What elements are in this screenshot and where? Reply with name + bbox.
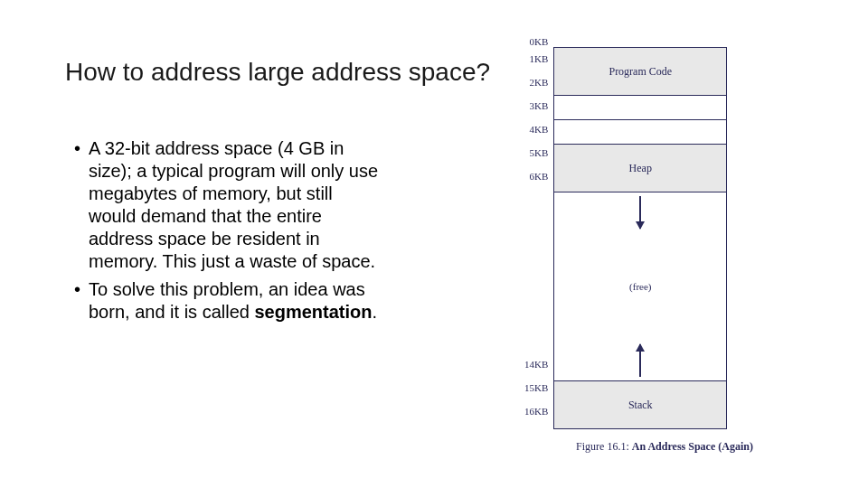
label-3kb: 3KB [530,94,549,117]
segment-free-label: (free) [629,281,651,292]
memory-column: Program Code Heap (free) Stack [553,47,727,429]
label-2kb: 2KB [530,70,549,94]
label-14kb: 14KB [524,188,548,376]
memory-diagram: 0KB 1KB 2KB 3KB 4KB 5KB 6KB 14KB 15KB 16… [524,47,805,429]
segment-gap-row-2 [554,119,726,144]
address-labels: 0KB 1KB 2KB 3KB 4KB 5KB 6KB 14KB 15KB 16… [524,47,548,423]
bullet-1: A 32-bit address space (4 GB in size); a… [74,137,382,273]
address-space-figure: 0KB 1KB 2KB 3KB 4KB 5KB 6KB 14KB 15KB 16… [524,47,805,454]
segment-free: (free) [554,192,726,380]
bullet-2-bold: segmentation [254,302,372,322]
slide-title: How to address large address space? [65,58,490,87]
segment-heap: Heap [554,144,726,192]
label-16kb: 16KB [524,399,548,423]
heap-growth-arrow-icon [639,196,641,229]
segment-stack: Stack [554,380,726,428]
slide: How to address large address space? A 32… [0,0,868,488]
label-4kb: 4KB [530,117,549,141]
figure-number: Figure 16.1: [576,440,632,453]
bullet-2-period: . [372,302,377,322]
label-5kb: 5KB [530,141,549,164]
segment-gap-row-1 [554,95,726,119]
slide-body: A 32-bit address space (4 GB in size); a… [74,137,382,329]
bullet-2: To solve this problem, an idea was born,… [74,278,382,324]
stack-growth-arrow-icon [639,344,641,377]
figure-caption: Figure 16.1: An Address Space (Again) [524,440,805,454]
segment-program-code: Program Code [554,48,726,95]
label-6kb: 6KB [530,164,549,188]
figure-title: An Address Space (Again) [632,440,753,453]
label-15kb: 15KB [524,376,548,399]
label-1kb: 1KB [530,47,549,70]
